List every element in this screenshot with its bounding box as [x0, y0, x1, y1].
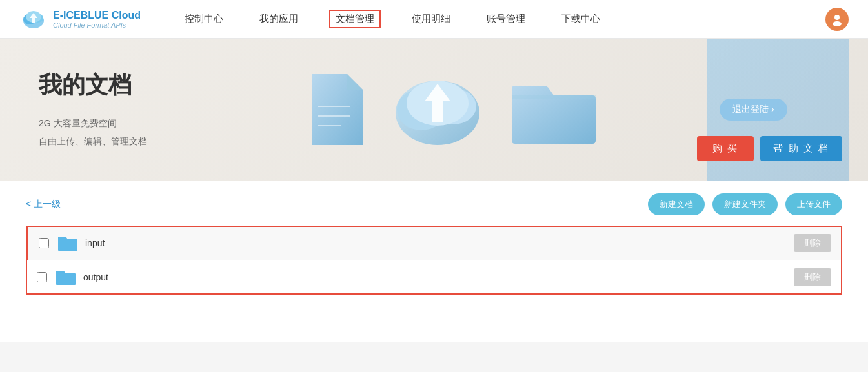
content-area: < 上一级 新建文档 新建文件夹 上传文件 input 删除 [0, 181, 868, 342]
avatar[interactable] [825, 8, 849, 31]
document-icon [305, 74, 363, 145]
svg-point-6 [833, 21, 842, 26]
file-name-input: input [85, 238, 794, 248]
nav-item-download[interactable]: 下载中心 [556, 10, 605, 28]
upload-file-button[interactable]: 上传文件 [785, 193, 842, 215]
delete-button-input[interactable]: 删除 [794, 234, 831, 252]
table-row: input 删除 [26, 226, 842, 260]
help-docs-button[interactable]: 帮 助 文 档 [760, 136, 842, 161]
nav-item-docs[interactable]: 文档管理 [329, 10, 381, 28]
file-name-output: output [83, 272, 794, 282]
logo-title: E-ICEBLUE Cloud [53, 10, 141, 21]
buy-button[interactable]: 购 买 [697, 136, 754, 161]
toolbar-right: 新建文档 新建文件夹 上传文件 [648, 193, 842, 215]
main-nav: 控制中心 我的应用 文档管理 使用明细 账号管理 下载中心 [179, 10, 825, 28]
new-folder-button[interactable]: 新建文件夹 [712, 193, 778, 215]
nav-item-apps[interactable]: 我的应用 [254, 10, 303, 28]
cloud-upload-icon [389, 68, 486, 152]
nav-item-account[interactable]: 账号管理 [481, 10, 530, 28]
back-button[interactable]: < 上一级 [26, 199, 61, 210]
file-checkbox-output[interactable] [37, 272, 47, 282]
logo-area: E-ICEBLUE Cloud Cloud File Format APIs [19, 5, 141, 34]
folder-icon-input [58, 235, 77, 251]
folder-icon [512, 76, 596, 144]
logo-icon [19, 5, 48, 34]
banner-title: 我的文档 [39, 70, 147, 101]
user-icon [831, 13, 843, 26]
banner-icons [194, 39, 707, 181]
banner: 我的文档 2G 大容量免费空间 自由上传、编辑、管理文档 [0, 39, 868, 181]
nav-item-usage[interactable]: 使用明细 [407, 10, 456, 28]
file-list: input 删除 output 删除 [26, 226, 842, 295]
banner-desc-line1: 2G 大容量免费空间 [39, 114, 147, 132]
delete-button-output[interactable]: 删除 [794, 268, 831, 286]
banner-buttons: 购 买 帮 助 文 档 [697, 136, 842, 161]
file-list-wrapper: input 删除 output 删除 [26, 226, 842, 295]
toolbar: < 上一级 新建文档 新建文件夹 上传文件 [26, 193, 842, 215]
header: E-ICEBLUE Cloud Cloud File Format APIs 控… [0, 0, 868, 39]
logout-button[interactable]: 退出登陆 › [720, 99, 787, 121]
logo-text-block: E-ICEBLUE Cloud Cloud File Format APIs [53, 10, 141, 29]
header-right [825, 8, 849, 31]
new-doc-button[interactable]: 新建文档 [648, 193, 705, 215]
folder-icon-output [56, 269, 76, 286]
nav-item-control[interactable]: 控制中心 [179, 10, 228, 28]
svg-point-5 [834, 15, 840, 20]
banner-text: 我的文档 2G 大容量免费空间 自由上传、编辑、管理文档 [39, 70, 147, 150]
banner-desc: 2G 大容量免费空间 自由上传、编辑、管理文档 [39, 114, 147, 150]
table-row: output 删除 [26, 260, 842, 294]
file-checkbox-input[interactable] [39, 238, 49, 248]
banner-desc-line2: 自由上传、编辑、管理文档 [39, 132, 147, 150]
logo-subtitle: Cloud File Format APIs [53, 21, 141, 29]
